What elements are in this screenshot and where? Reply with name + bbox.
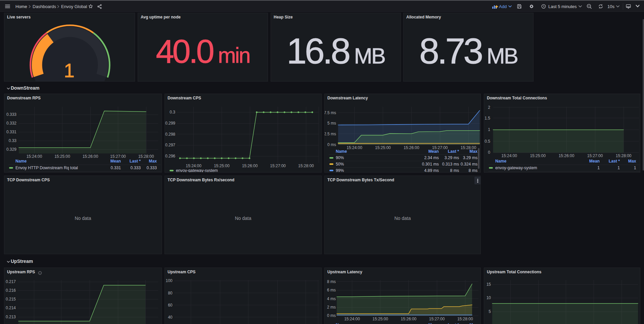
svg-text:0: 0 — [488, 150, 490, 155]
svg-text:Mean: Mean — [428, 323, 439, 324]
svg-text:Max: Max — [469, 149, 477, 154]
svg-text:0 ms: 0 ms — [327, 313, 336, 318]
svg-text:Mean: Mean — [428, 149, 439, 154]
svg-text:Last *: Last * — [448, 149, 459, 154]
svg-text:15:27:00: 15:27:00 — [270, 164, 286, 168]
svg-text:0 ms: 0 ms — [327, 142, 336, 147]
svg-text:15:28:00: 15:28:00 — [298, 164, 314, 168]
svg-text:0.332: 0.332 — [6, 121, 16, 126]
svg-text:2: 2 — [488, 105, 490, 110]
svg-text:5: 5 — [489, 309, 491, 314]
svg-text:80: 80 — [168, 291, 173, 295]
svg-text:15:27:00: 15:27:00 — [110, 154, 126, 159]
svg-text:15:25:00: 15:25:00 — [54, 154, 70, 159]
svg-text:0.329: 0.329 — [6, 147, 16, 152]
svg-text:1: 1 — [597, 166, 600, 170]
svg-text:0.217: 0.217 — [6, 279, 16, 284]
svg-text:3.29 ms: 3.29 ms — [445, 155, 459, 160]
svg-text:envoy-gateway-system: envoy-gateway-system — [176, 168, 218, 173]
svg-text:Mean: Mean — [110, 159, 121, 164]
svg-text:15:25:00: 15:25:00 — [375, 145, 391, 150]
svg-text:2.5 ms: 2.5 ms — [325, 132, 336, 136]
svg-text:Name: Name — [15, 159, 27, 164]
svg-text:15:27:00: 15:27:00 — [587, 153, 603, 158]
svg-text:100: 100 — [166, 278, 172, 283]
svg-text:Name: Name — [336, 323, 347, 324]
svg-text:Name: Name — [336, 149, 347, 154]
svg-text:5 ms: 5 ms — [327, 121, 336, 126]
svg-text:15:28:00: 15:28:00 — [616, 153, 632, 158]
svg-text:0.333: 0.333 — [6, 112, 16, 117]
svg-text:15:24:00: 15:24:00 — [347, 145, 362, 150]
svg-text:Name: Name — [495, 159, 506, 164]
svg-text:Envoy HTTP Downstream Rq total: Envoy HTTP Downstream Rq total — [15, 166, 78, 170]
svg-text:0.331: 0.331 — [111, 166, 121, 170]
svg-text:15:25:00: 15:25:00 — [372, 317, 388, 321]
svg-text:1.5: 1.5 — [485, 116, 490, 121]
svg-text:Mean: Mean — [589, 159, 600, 164]
svg-text:15:24:00: 15:24:00 — [27, 154, 42, 159]
svg-text:Max: Max — [628, 159, 636, 164]
svg-text:60: 60 — [168, 303, 173, 308]
svg-text:15:25:00: 15:25:00 — [214, 164, 230, 168]
svg-text:4.89 ms: 4.89 ms — [424, 168, 439, 173]
svg-text:40: 40 — [168, 315, 173, 320]
svg-text:15:25:00: 15:25:00 — [530, 153, 546, 158]
svg-text:15:26:00: 15:26:00 — [83, 154, 98, 159]
svg-text:8 ms: 8 ms — [450, 168, 459, 173]
svg-text:0.215: 0.215 — [6, 297, 16, 302]
svg-text:envoy-gateway-system: envoy-gateway-system — [495, 166, 537, 170]
svg-text:15:24:00: 15:24:00 — [344, 317, 360, 321]
svg-text:0.324 ms: 0.324 ms — [461, 162, 477, 167]
svg-text:0.331: 0.331 — [6, 130, 16, 134]
svg-text:15:26:00: 15:26:00 — [401, 317, 417, 321]
svg-text:0.333: 0.333 — [147, 166, 157, 170]
svg-text:3.29 ms: 3.29 ms — [463, 155, 477, 160]
svg-text:4 ms: 4 ms — [327, 296, 336, 301]
svg-text:Max: Max — [469, 323, 477, 324]
svg-text:0.214: 0.214 — [6, 306, 16, 310]
svg-text:0.297: 0.297 — [165, 143, 175, 147]
svg-text:7.5 ms: 7.5 ms — [325, 110, 336, 115]
svg-text:99%: 99% — [336, 168, 344, 173]
svg-text:15:28:00: 15:28:00 — [138, 154, 154, 159]
svg-text:Last *: Last * — [448, 323, 459, 324]
svg-text:1: 1 — [64, 60, 75, 81]
svg-text:15:27:00: 15:27:00 — [429, 317, 445, 321]
svg-text:15:26:00: 15:26:00 — [559, 153, 574, 158]
svg-text:6 ms: 6 ms — [327, 288, 336, 292]
svg-text:15: 15 — [487, 282, 491, 287]
svg-text:0.299: 0.299 — [165, 121, 175, 126]
svg-text:2.34 ms: 2.34 ms — [424, 155, 439, 160]
svg-text:0.313 ms: 0.313 ms — [442, 162, 459, 167]
svg-text:Max: Max — [149, 159, 157, 164]
svg-text:10: 10 — [487, 295, 491, 300]
svg-text:0.301 ms: 0.301 ms — [422, 162, 439, 167]
svg-text:50%: 50% — [336, 162, 344, 167]
svg-text:15:26:00: 15:26:00 — [242, 164, 258, 168]
svg-text:15:26:00: 15:26:00 — [404, 145, 419, 150]
svg-text:8 ms: 8 ms — [327, 279, 336, 284]
svg-text:0.298: 0.298 — [165, 132, 175, 137]
svg-text:0.33: 0.33 — [9, 138, 17, 143]
svg-text:15:24:00: 15:24:00 — [186, 164, 201, 168]
svg-text:8 ms: 8 ms — [469, 168, 477, 173]
svg-text:0.296: 0.296 — [165, 154, 175, 158]
svg-text:15:24:00: 15:24:00 — [501, 153, 517, 158]
svg-text:0.3: 0.3 — [170, 110, 175, 114]
svg-text:1: 1 — [617, 166, 620, 170]
svg-text:0.216: 0.216 — [6, 288, 16, 293]
svg-text:0.5: 0.5 — [485, 139, 490, 144]
svg-text:0.213: 0.213 — [6, 315, 16, 319]
svg-text:1: 1 — [488, 127, 490, 132]
svg-text:Last *: Last * — [130, 159, 141, 164]
svg-text:Last *: Last * — [609, 159, 620, 164]
svg-text:90%: 90% — [336, 155, 344, 160]
svg-text:15:28:00: 15:28:00 — [457, 317, 473, 321]
svg-text:1: 1 — [634, 166, 636, 170]
svg-text:0.333: 0.333 — [131, 166, 141, 170]
svg-text:2 ms: 2 ms — [327, 305, 336, 310]
